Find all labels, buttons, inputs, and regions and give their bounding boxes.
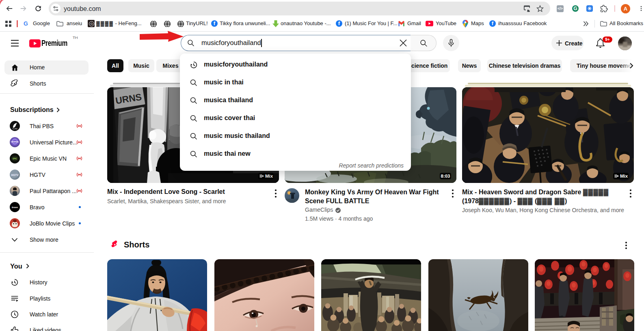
svg-text:bravo: bravo <box>12 206 18 208</box>
svg-text:EPIC: EPIC <box>13 158 17 160</box>
svg-text:Thai PBS: Thai PBS <box>12 128 17 130</box>
svg-text:UNIVERSAL: UNIVERSAL <box>11 141 19 143</box>
svg-text:HGTV: HGTV <box>11 174 19 176</box>
